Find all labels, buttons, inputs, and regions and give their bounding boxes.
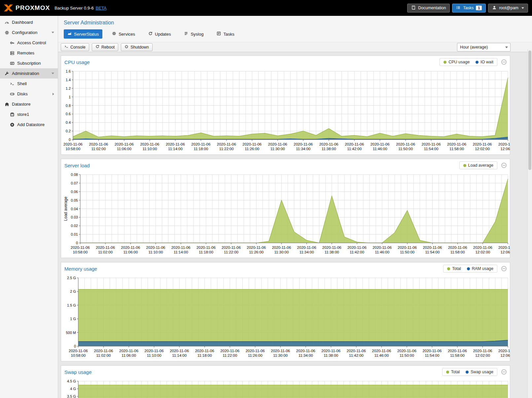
- time-range-select[interactable]: Hour (average): [457, 43, 511, 51]
- collapse-panel-icon[interactable]: [501, 163, 507, 168]
- svg-text:11:30:00: 11:30:00: [270, 147, 285, 151]
- svg-text:11:10:00: 11:10:00: [142, 147, 157, 151]
- sidebar-item-label: Access Control: [17, 40, 46, 45]
- chevron-right-icon[interactable]: [53, 93, 54, 95]
- svg-text:11:58:00: 11:58:00: [450, 250, 465, 254]
- svg-text:11:06:00: 11:06:00: [117, 147, 131, 151]
- gears-icon: [4, 30, 10, 35]
- legend-dot: [443, 61, 446, 64]
- tab-syslog[interactable]: Syslog: [180, 29, 207, 39]
- sidebar-item-label: store1: [17, 112, 29, 117]
- svg-text:2020-11-06: 2020-11-06: [119, 349, 138, 353]
- sidebar-item-shell[interactable]: Shell: [0, 79, 58, 89]
- collapse-panel-icon[interactable]: [501, 266, 507, 271]
- reboot-arrow-icon: [95, 45, 99, 50]
- svg-text:2020-11-06: 2020-11-06: [448, 349, 467, 353]
- svg-text:2020-11-06: 2020-11-06: [297, 246, 316, 249]
- shutdown-label: Shutdown: [130, 45, 149, 50]
- svg-text:2020-11-06: 2020-11-06: [196, 246, 216, 249]
- svg-text:0.01: 0.01: [71, 232, 78, 236]
- legend-item: CPU usage: [443, 60, 470, 64]
- svg-text:2020-11-06: 2020-11-06: [498, 349, 510, 353]
- svg-text:12:06:00: 12:06:00: [501, 147, 510, 151]
- svg-text:11:14:00: 11:14:00: [168, 147, 183, 151]
- main-area: Server Administration ServerStatus Servi…: [58, 16, 532, 398]
- power-icon: [124, 45, 128, 50]
- sidebar-item-remotes[interactable]: Remotes: [0, 48, 58, 58]
- svg-text:2.5 G: 2.5 G: [67, 276, 76, 280]
- svg-text:2020-11-06: 2020-11-06: [69, 349, 88, 353]
- server-load-chart: 00.010.020.030.040.050.060.070.082020-11…: [61, 171, 510, 258]
- svg-text:2020-11-06: 2020-11-06: [398, 246, 417, 249]
- sidebar-item-label: Add Datastore: [17, 122, 45, 127]
- tab-serverstatus[interactable]: ServerStatus: [64, 29, 102, 39]
- reboot-button[interactable]: Reboot: [92, 43, 118, 51]
- charts-scroll-area[interactable]: CPU usage CPU usage IO wait 00.20.40.60.…: [58, 52, 532, 398]
- svg-text:10:58:00: 10:58:00: [73, 250, 88, 254]
- svg-text:2020-11-06: 2020-11-06: [422, 349, 442, 353]
- sidebar-item-disks[interactable]: Disks: [0, 89, 58, 99]
- sidebar-item-subscription[interactable]: Subscription: [0, 58, 58, 68]
- chevron-down-icon[interactable]: [52, 73, 54, 74]
- svg-text:2020-11-06: 2020-11-06: [217, 142, 236, 146]
- svg-text:11:34:00: 11:34:00: [296, 147, 310, 151]
- svg-text:2020-11-06: 2020-11-06: [191, 142, 210, 146]
- svg-text:11:06:00: 11:06:00: [122, 353, 136, 357]
- page-header: Server Administration ServerStatus Servi…: [58, 16, 532, 42]
- tasks-button[interactable]: Tasks 1: [452, 4, 486, 13]
- legend-label: Total: [452, 266, 461, 271]
- task-list-icon: [217, 31, 221, 37]
- svg-text:3.5 G: 3.5 G: [67, 394, 76, 398]
- svg-text:11:02:00: 11:02:00: [91, 147, 106, 151]
- svg-text:2020-11-06: 2020-11-06: [272, 246, 291, 249]
- svg-text:2020-11-06: 2020-11-06: [397, 349, 416, 353]
- sidebar-item-label: Subscription: [17, 61, 41, 66]
- user-menu-button[interactable]: root@pam: [488, 4, 528, 13]
- svg-text:2020-11-06: 2020-11-06: [372, 246, 392, 249]
- scrollbar-thumb[interactable]: [528, 50, 531, 170]
- svg-text:11:54:00: 11:54:00: [425, 353, 439, 357]
- chevron-down-icon[interactable]: [52, 32, 54, 33]
- tab-label: Tasks: [223, 32, 234, 37]
- sidebar-item-access-control[interactable]: Access Control: [0, 38, 58, 48]
- sidebar-item-label: Administration: [12, 71, 39, 76]
- server-load-panel: Server load Load average 00.010.020.030.…: [61, 159, 510, 258]
- sidebar-item-dashboard[interactable]: Dashboard: [0, 17, 58, 27]
- hard-disk-icon: [9, 92, 15, 96]
- cpu-usage-panel: CPU usage CPU usage IO wait 00.20.40.60.…: [61, 55, 510, 155]
- svg-text:1.2: 1.2: [66, 86, 71, 90]
- tab-updates[interactable]: Updates: [145, 29, 174, 39]
- documentation-button[interactable]: Documentation: [407, 4, 450, 13]
- beta-link[interactable]: BETA: [96, 6, 107, 11]
- tab-label: Updates: [155, 32, 171, 37]
- shutdown-button[interactable]: Shutdown: [121, 43, 153, 51]
- legend-item: Swap usage: [466, 370, 493, 374]
- legend-label: Load average: [468, 163, 493, 168]
- vertical-scrollbar[interactable]: [527, 49, 532, 398]
- svg-text:11:06:00: 11:06:00: [123, 250, 138, 254]
- sidebar-item-label: Configuration: [12, 30, 37, 35]
- sidebar-item-configuration[interactable]: Configuration: [0, 27, 58, 38]
- svg-text:2020-11-06: 2020-11-06: [170, 349, 189, 353]
- collapse-panel-icon[interactable]: [501, 369, 507, 375]
- sidebar-item-administration[interactable]: Administration: [0, 68, 58, 79]
- sidebar-item-datastore[interactable]: Datastore: [0, 99, 58, 109]
- legend-label: IO wait: [480, 60, 493, 64]
- tab-tasks[interactable]: Tasks: [213, 29, 238, 39]
- svg-text:12:02:00: 12:02:00: [475, 353, 490, 357]
- svg-text:11:42:00: 11:42:00: [347, 147, 362, 151]
- tab-services[interactable]: Services: [108, 29, 139, 39]
- svg-text:2020-11-06: 2020-11-06: [473, 246, 492, 249]
- svg-text:2020-11-06: 2020-11-06: [423, 246, 442, 249]
- collapse-panel-icon[interactable]: [501, 59, 507, 65]
- svg-text:11:26:00: 11:26:00: [248, 353, 263, 357]
- memory-usage-chart: 0500 M1 G1.5 G2 G2.5 G2020-11-0610:58:00…: [61, 275, 510, 361]
- sidebar-item-store1[interactable]: store1: [0, 109, 58, 119]
- console-button[interactable]: Console: [61, 43, 89, 51]
- svg-text:0.6: 0.6: [66, 112, 71, 116]
- chart-legend: CPU usage IO wait: [440, 58, 497, 66]
- sidebar-item-add-datastore[interactable]: Add Datastore: [0, 119, 58, 130]
- svg-text:10:58:00: 10:58:00: [71, 353, 86, 357]
- svg-text:0.05: 0.05: [71, 198, 78, 202]
- svg-text:4.5 G: 4.5 G: [67, 379, 76, 383]
